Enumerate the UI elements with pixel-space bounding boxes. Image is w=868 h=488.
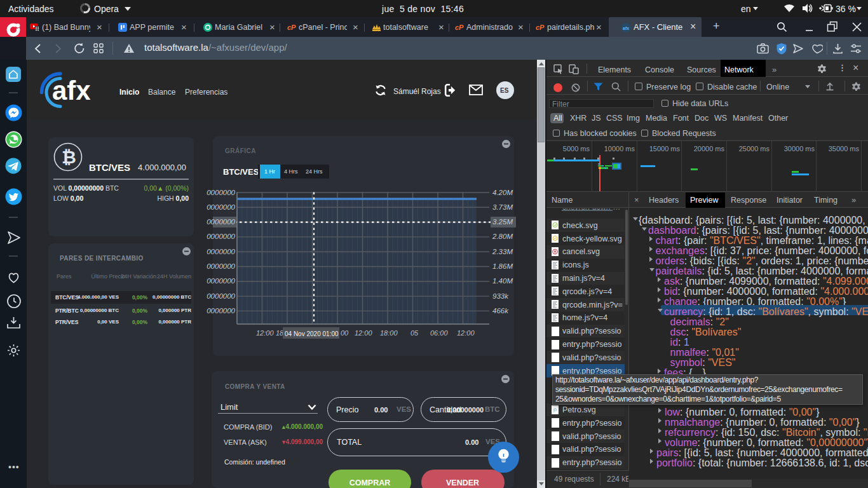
svg-text:afx: afx: [52, 76, 91, 105]
svg-text:cP: cP: [287, 24, 296, 31]
svg-text:cP: cP: [455, 24, 464, 31]
svg-text:₿: ₿: [62, 147, 76, 167]
svg-text:afx: afx: [623, 26, 629, 30]
svg-text:P: P: [553, 407, 557, 413]
svg-text:cP: cP: [536, 24, 545, 31]
